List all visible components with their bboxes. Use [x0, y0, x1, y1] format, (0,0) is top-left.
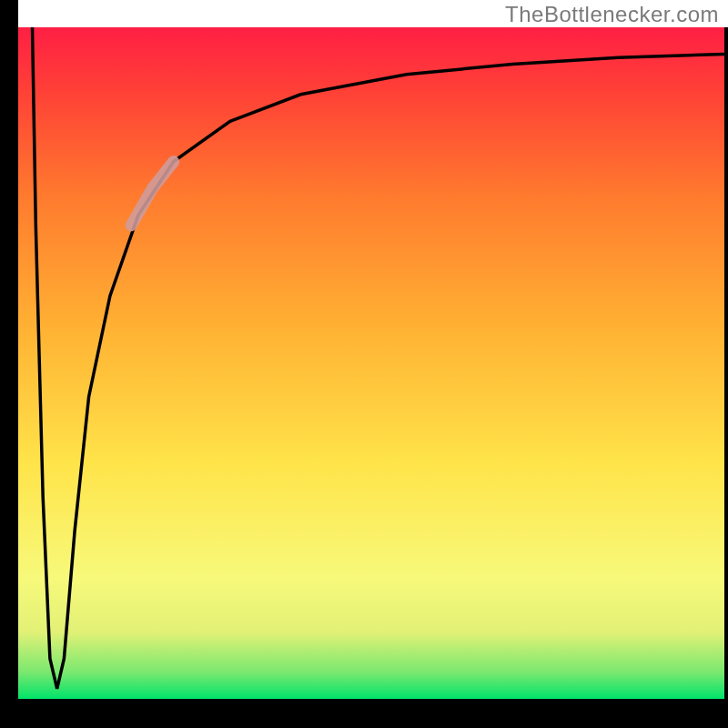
chart-container: TheBottlenecker.com [0, 0, 728, 728]
plot-background [18, 27, 724, 699]
svg-rect-7 [0, 699, 728, 728]
bottleneck-chart [0, 0, 728, 728]
svg-rect-6 [0, 0, 18, 728]
svg-rect-5 [724, 27, 728, 699]
svg-rect-3 [0, 0, 728, 27]
